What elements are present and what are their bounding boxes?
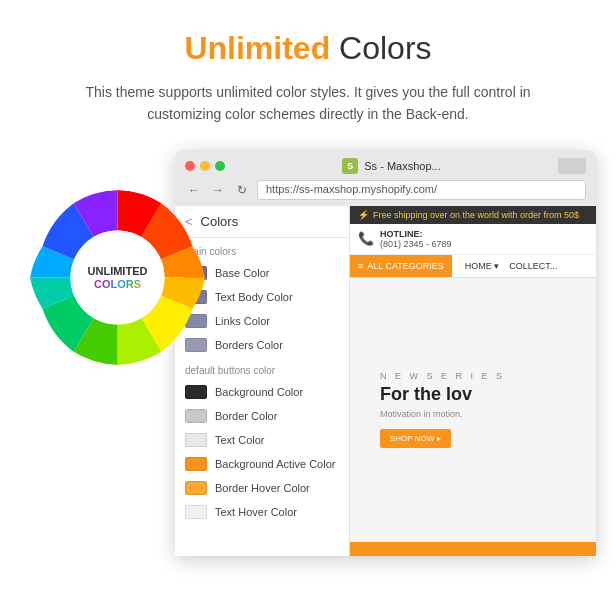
hotline-label: HOTLINE: (380, 229, 452, 239)
browser-mockup: S Ss - Maxshop... ← → ↻ https://ss-maxsh… (175, 150, 596, 556)
wheel-unlimited: Unlimited (88, 265, 148, 278)
wheel-colors: COLORS (94, 278, 141, 290)
phone-icon: 📞 (358, 231, 374, 246)
hero-title: For the lov (380, 385, 588, 405)
headline-unlimited: Unlimited (184, 30, 330, 66)
nav-bar: ≡ ALL CATEGORIES HOME ▾ COLLECT... (350, 255, 596, 278)
nav-collection[interactable]: COLLECT... (504, 255, 562, 277)
refresh-button[interactable]: ↻ (233, 181, 251, 199)
hotline-info: HOTLINE: (801) 2345 - 6789 (380, 229, 452, 249)
preview-body: f t g+ p N E W S E R I E S For the lov M… (350, 278, 596, 542)
nav-home[interactable]: HOME ▾ (460, 255, 505, 277)
traffic-light-green[interactable] (215, 161, 225, 171)
headline-colors: Colors (339, 30, 431, 66)
hamburger-icon: ≡ (358, 261, 363, 271)
window-controls (558, 158, 586, 174)
color-wheel-container: Unlimited COLORS (30, 190, 205, 365)
color-label-base: Base Color (215, 267, 269, 279)
content-area: Unlimited COLORS S Ss - Maxshop... (20, 150, 596, 556)
color-label-links: Links Color (215, 315, 270, 327)
panel-title: Colors (201, 214, 239, 229)
swatch-bgactive[interactable] (185, 457, 207, 471)
browser-addressbar: ← → ↻ https://ss-maxshop.myshopify.com/ (185, 180, 586, 200)
promo-bar: ⚡ Free shipping over on the world with o… (350, 206, 596, 224)
color-label-bgcolor: Background Color (215, 386, 303, 398)
shop-now-button[interactable]: SHOP NOW ▸ (380, 429, 451, 448)
color-label-borders: Borders Color (215, 339, 283, 351)
traffic-lights (185, 161, 225, 171)
site-preview: ⚡ Free shipping over on the world with o… (350, 206, 596, 556)
traffic-light-red[interactable] (185, 161, 195, 171)
color-item-border: Border Color (175, 404, 349, 428)
color-item-text: Text Color (175, 428, 349, 452)
wheel-center-text: Unlimited COLORS (73, 232, 163, 322)
traffic-light-yellow[interactable] (200, 161, 210, 171)
hero-area: N E W S E R I E S For the lov Motivation… (350, 278, 596, 542)
color-item-texthover: Text Hover Color (175, 500, 349, 524)
color-item-bgactive2: Background Active Color (175, 452, 349, 476)
page-subtitle: This theme supports unlimited color styl… (58, 81, 558, 126)
swatch-text[interactable] (185, 433, 207, 447)
color-label-border: Border Color (215, 410, 277, 422)
default-colors-list: Background Color Border Color Text Color (175, 380, 349, 524)
browser-body: < Colors main colors Base Color Text Bod… (175, 206, 596, 556)
swatch-border[interactable] (185, 409, 207, 423)
hero-series: N E W S E R I E S (380, 371, 588, 381)
color-label-bgactive: Background Active Color (215, 458, 335, 470)
lightning-icon: ⚡ (358, 210, 369, 220)
forward-button[interactable]: → (209, 181, 227, 199)
hero-subtitle: Motivation in motion. (380, 409, 588, 419)
bottom-orange-bar (350, 542, 596, 556)
color-label-texthover: Text Hover Color (215, 506, 297, 518)
address-bar[interactable]: https://ss-maxshop.myshopify.com/ (257, 180, 586, 200)
swatch-borderhover[interactable] (185, 481, 207, 495)
hotline-bar: 📞 HOTLINE: (801) 2345 - 6789 (350, 224, 596, 255)
page-container: Unlimited Colors This theme supports unl… (0, 0, 616, 576)
nav-links: HOME ▾ COLLECT... (452, 255, 596, 277)
hotline-number: (801) 2345 - 6789 (380, 239, 452, 249)
page-headline: Unlimited Colors (184, 30, 431, 67)
shopify-icon: S (342, 158, 358, 174)
swatch-texthover[interactable] (185, 505, 207, 519)
color-label-text: Text Color (215, 434, 265, 446)
swatch-bgcolor[interactable] (185, 385, 207, 399)
promo-text: Free shipping over on the world with ord… (373, 210, 579, 220)
browser-toolbar: S Ss - Maxshop... ← → ↻ https://ss-maxsh… (175, 150, 596, 206)
categories-button[interactable]: ≡ ALL CATEGORIES (350, 255, 452, 277)
color-label-textbody: Text Body Color (215, 291, 293, 303)
window-minimize[interactable] (558, 158, 586, 174)
tab-bar: S Ss - Maxshop... (233, 158, 550, 174)
color-item-bgactive: Background Color (175, 380, 349, 404)
color-label-borderhover: Border Hover Color (215, 482, 310, 494)
color-item-borderhover: Border Hover Color (175, 476, 349, 500)
browser-tab-title: Ss - Maxshop... (364, 160, 440, 172)
browser-topbar: S Ss - Maxshop... (185, 158, 586, 174)
categories-label: ALL CATEGORIES (367, 261, 444, 271)
